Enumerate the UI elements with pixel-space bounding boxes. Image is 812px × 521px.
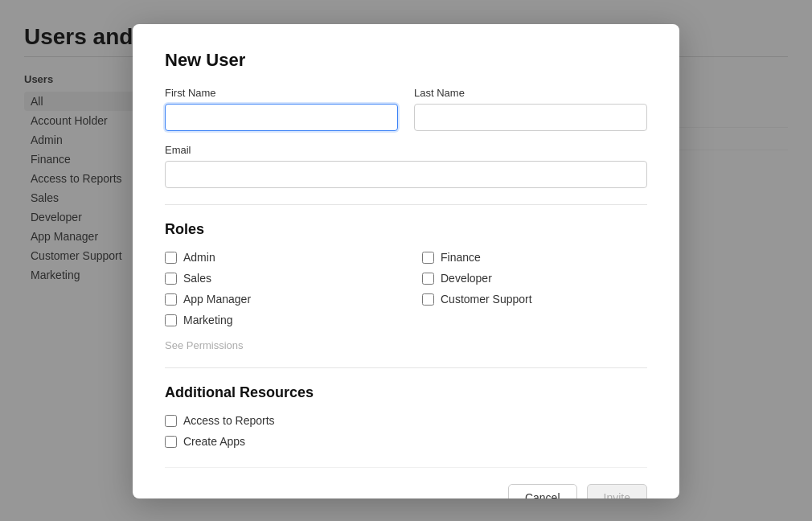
role-checkbox-item[interactable]: Finance: [422, 251, 647, 264]
additional-checkbox[interactable]: [165, 415, 177, 427]
role-checkbox[interactable]: [165, 273, 177, 285]
role-checkbox[interactable]: [165, 252, 177, 264]
modal-footer: Cancel Invite: [165, 467, 647, 498]
role-checkbox-item[interactable]: Customer Support: [422, 293, 647, 306]
additional-divider: [165, 367, 647, 368]
name-row: First Name Last Name: [165, 87, 647, 131]
new-user-modal: New User First Name Last Name Email Role…: [133, 24, 679, 498]
email-input[interactable]: [165, 161, 647, 188]
role-checkbox-item[interactable]: [422, 314, 647, 326]
role-checkbox[interactable]: [422, 252, 434, 264]
additional-title: Additional Resources: [165, 384, 647, 401]
additional-checkbox[interactable]: [165, 436, 177, 448]
first-name-label: First Name: [165, 87, 398, 99]
role-checkbox-item[interactable]: Marketing: [165, 314, 390, 326]
additional-checkbox-item[interactable]: Create Apps: [165, 435, 647, 448]
role-checkbox-item[interactable]: Sales: [165, 272, 390, 285]
roles-divider: [165, 204, 647, 205]
last-name-label: Last Name: [414, 87, 647, 99]
modal-title: New User: [165, 50, 647, 71]
role-checkbox-item[interactable]: Developer: [422, 272, 647, 285]
first-name-group: First Name: [165, 87, 398, 131]
first-name-input[interactable]: [165, 104, 398, 131]
see-permissions-link[interactable]: See Permissions: [165, 339, 647, 351]
role-checkbox[interactable]: [165, 314, 177, 326]
email-label: Email: [165, 144, 647, 156]
additional-checkbox-item[interactable]: Access to Reports: [165, 414, 647, 427]
last-name-input[interactable]: [414, 104, 647, 131]
role-checkbox-item[interactable]: App Manager: [165, 293, 390, 306]
invite-button[interactable]: Invite: [587, 484, 647, 498]
roles-title: Roles: [165, 221, 647, 238]
last-name-group: Last Name: [414, 87, 647, 131]
additional-list: Access to ReportsCreate Apps: [165, 414, 647, 448]
modal-overlay: New User First Name Last Name Email Role…: [0, 0, 812, 521]
role-checkbox-item[interactable]: Admin: [165, 251, 390, 264]
role-checkbox[interactable]: [422, 293, 434, 306]
additional-resources-section: Additional Resources Access to ReportsCr…: [165, 384, 647, 448]
cancel-button[interactable]: Cancel: [508, 484, 577, 498]
roles-grid: AdminFinanceSalesDeveloperApp ManagerCus…: [165, 251, 647, 326]
role-checkbox[interactable]: [165, 293, 177, 306]
role-checkbox[interactable]: [422, 273, 434, 285]
email-group: Email: [165, 144, 647, 188]
